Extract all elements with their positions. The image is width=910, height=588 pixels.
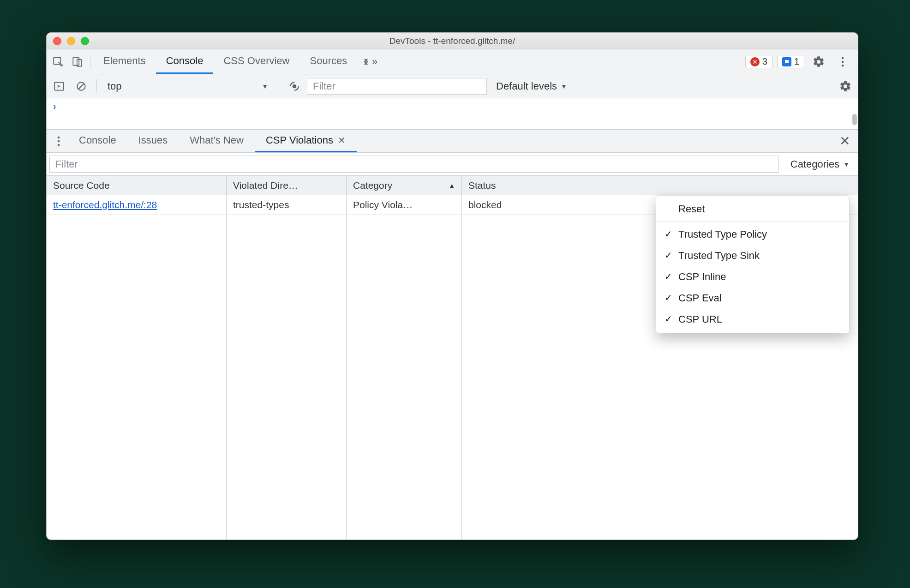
svg-point-10 [58, 136, 60, 138]
categories-button[interactable]: Categories ▼ [782, 153, 858, 175]
drawer-tabs: Console Issues What's New CSP Violations… [47, 130, 858, 153]
menu-item-csp-url[interactable]: CSP URL [656, 309, 849, 330]
cell-directive: trusted-types [227, 195, 347, 214]
categories-dropdown: Reset Trusted Type Policy Trusted Type S… [656, 195, 850, 333]
tab-console-label: Console [166, 55, 204, 67]
tab-elements[interactable]: Elements [93, 49, 156, 74]
kebab-menu-icon[interactable] [833, 49, 852, 74]
tab-console[interactable]: Console [156, 49, 214, 74]
devtools-window: DevTools - tt-enforced.glitch.me/ Elemen… [46, 32, 858, 540]
csp-filter-bar: Categories ▼ [47, 153, 858, 176]
tab-sources[interactable]: Sources [299, 49, 357, 74]
svg-point-11 [58, 140, 60, 142]
menu-item-csp-eval[interactable]: CSP Eval [656, 288, 849, 309]
chevron-down-icon: ▼ [561, 83, 567, 90]
tab-sources-label: Sources [310, 55, 347, 67]
menu-item-label: Reset [678, 203, 705, 215]
table-body: tt-enforced.glitch.me/:28 trusted-types … [47, 195, 858, 540]
chevron-down-icon: ▼ [262, 83, 268, 90]
svg-point-9 [293, 84, 297, 88]
log-levels-selector[interactable]: Default levels ▼ [490, 80, 574, 92]
menu-item-label: CSP URL [678, 313, 722, 325]
toolbar-divider [279, 79, 279, 93]
inspect-element-icon[interactable] [48, 49, 68, 74]
console-prompt-area[interactable]: › [47, 98, 858, 130]
menu-item-trusted-type-policy[interactable]: Trusted Type Policy [656, 224, 849, 245]
categories-label: Categories [790, 158, 839, 170]
clear-console-icon[interactable] [72, 74, 91, 98]
close-tab-icon[interactable]: ✕ [338, 135, 346, 146]
zoom-window-button[interactable] [81, 37, 89, 45]
live-expression-icon[interactable] [285, 74, 304, 98]
drawer-tab-label: CSP Violations [266, 134, 333, 146]
chevron-down-icon: ▼ [843, 161, 850, 168]
svg-point-5 [842, 64, 844, 66]
console-sidebar-toggle-icon[interactable] [49, 74, 69, 98]
svg-point-12 [58, 144, 60, 146]
window-title: DevTools - tt-enforced.glitch.me/ [47, 36, 858, 46]
toolbar-divider [90, 54, 90, 69]
console-toolbar: top ▼ Default levels ▼ [47, 74, 858, 98]
issue-icon [782, 57, 791, 66]
issues-badge[interactable]: 1 [777, 55, 804, 68]
drawer-menu-icon[interactable] [49, 130, 68, 152]
context-label: top [108, 80, 122, 92]
cell-category: Policy Viola… [347, 195, 462, 214]
tab-css-overview[interactable]: CSS Overview [213, 49, 299, 74]
main-tabs: Elements Console CSS Overview Sources » [93, 49, 380, 74]
svg-point-3 [842, 57, 844, 59]
more-tabs-icon[interactable]: » [357, 49, 380, 74]
menu-separator [656, 222, 849, 222]
menu-item-csp-inline[interactable]: CSP Inline [656, 266, 849, 288]
svg-point-4 [842, 60, 844, 63]
drawer-tab-label: What's New [190, 134, 244, 146]
tab-elements-label: Elements [103, 55, 146, 67]
sort-asc-icon: ▲ [449, 182, 455, 189]
scrollbar-thumb[interactable] [852, 114, 857, 125]
issues-count: 1 [794, 56, 799, 67]
context-selector[interactable]: top ▼ [102, 78, 273, 95]
toolbar-divider [96, 79, 97, 93]
tab-css-overview-label: CSS Overview [223, 55, 289, 67]
minimize-window-button[interactable] [67, 37, 75, 45]
console-filter-input[interactable] [307, 78, 487, 95]
th-source-code[interactable]: Source Code [47, 176, 227, 195]
errors-badge[interactable]: ✕ 3 [745, 55, 772, 68]
th-violated-directive[interactable]: Violated Dire… [227, 176, 347, 195]
close-window-button[interactable] [53, 37, 61, 45]
log-levels-label: Default levels [496, 80, 557, 92]
th-category[interactable]: Category▲ [347, 176, 462, 195]
menu-item-label: CSP Inline [678, 271, 726, 282]
svg-line-8 [78, 83, 84, 89]
th-status[interactable]: Status [462, 176, 858, 195]
settings-icon[interactable] [809, 49, 828, 74]
menu-item-label: Trusted Type Policy [678, 228, 767, 240]
source-link[interactable]: tt-enforced.glitch.me/:28 [53, 199, 157, 210]
table-header: Source Code Violated Dire… Category▲ Sta… [47, 176, 858, 195]
titlebar: DevTools - tt-enforced.glitch.me/ [47, 33, 858, 49]
close-drawer-icon[interactable]: ✕ [834, 130, 855, 152]
menu-item-reset[interactable]: Reset [656, 198, 849, 220]
errors-count: 3 [762, 56, 767, 67]
drawer-tab-issues[interactable]: Issues [127, 130, 179, 152]
error-icon: ✕ [750, 57, 760, 66]
cell-source[interactable]: tt-enforced.glitch.me/:28 [47, 195, 227, 214]
menu-item-label: CSP Eval [678, 292, 722, 304]
drawer-tab-label: Console [79, 134, 116, 146]
drawer-tab-whats-new[interactable]: What's New [179, 130, 255, 152]
drawer-tab-console[interactable]: Console [68, 130, 127, 152]
menu-item-trusted-type-sink[interactable]: Trusted Type Sink [656, 245, 849, 266]
traffic-lights [47, 37, 89, 45]
drawer-tab-csp-violations[interactable]: CSP Violations ✕ [255, 130, 357, 152]
csp-filter-input[interactable] [49, 156, 779, 173]
console-settings-icon[interactable] [836, 74, 855, 98]
device-toolbar-icon[interactable] [68, 49, 87, 74]
drawer-tab-label: Issues [138, 134, 168, 146]
svg-rect-1 [73, 57, 79, 65]
csp-violations-table: Source Code Violated Dire… Category▲ Sta… [47, 176, 858, 540]
main-toolbar: Elements Console CSS Overview Sources » … [47, 49, 858, 74]
menu-item-label: Trusted Type Sink [678, 250, 760, 261]
prompt-caret-icon: › [53, 101, 56, 112]
